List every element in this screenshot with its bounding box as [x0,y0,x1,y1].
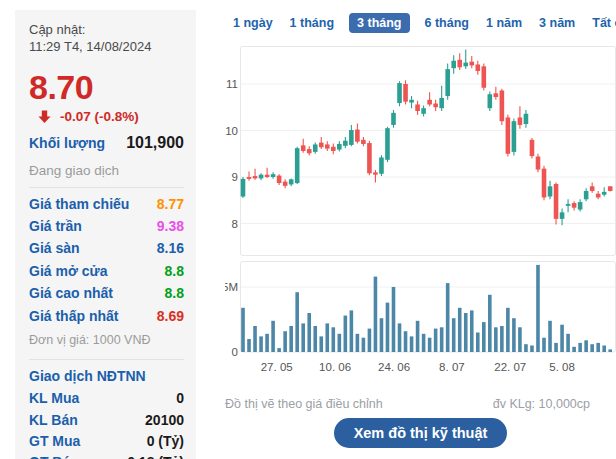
foreign-trading-table: KL Mua 0 KL Bán 20100 GT Mua 0 (Tỷ) GT B… [29,388,184,459]
technical-chart-button[interactable]: Xem đồ thị kỹ thuật [334,418,508,448]
row-label: Giá tham chiếu [29,196,129,212]
svg-text:22. 07: 22. 07 [494,361,526,373]
tab-1-thang[interactable]: 1 tháng [288,13,336,33]
row-value: 8.8 [165,285,184,301]
price-info-table: Giá tham chiếu 8.77 Giá trần 9.38 Giá sà… [29,192,184,326]
stock-quote-page: Cập nhật: 11:29 T4, 14/08/2024 8.70 -0.0… [0,0,616,459]
svg-text:27. 05: 27. 05 [261,361,293,373]
row-value: 8.77 [157,196,184,212]
row-label: KL Mua [29,390,79,406]
tab-3-nam[interactable]: 3 năm [537,13,577,33]
price-unit-note: Đơn vị giá: 1000 VNĐ [29,333,184,347]
foreign-row: GT Bán 0.18 (Tỷ) [29,451,184,459]
price-info-row: Giá cao nhất 8.8 [29,282,184,304]
foreign-row: KL Mua 0 [29,388,184,409]
tab-3-thang[interactable]: 3 tháng [349,13,409,33]
svg-text:8. 07: 8. 07 [439,361,465,373]
last-price: 8.70 [29,70,184,106]
svg-text:2.5M: 2.5M [225,281,238,293]
row-value: 0 (Tỷ) [147,433,184,449]
price-info-row: Giá trần 9.38 [29,215,184,237]
tab-1-nam[interactable]: 1 năm [484,13,524,33]
row-label: Giá mở cửa [29,263,107,279]
row-label: Giá sàn [29,240,80,256]
update-datetime: 11:29 T4, 14/08/2024 [29,39,184,56]
price-info-row: Giá tham chiếu 8.77 [29,192,184,214]
price-info-row: Giá thấp nhất 8.69 [29,304,184,326]
session-status: Đang giao dịch [29,163,184,178]
row-value: 0.18 (Tỷ) [127,454,184,459]
svg-text:10. 06: 10. 06 [319,361,351,373]
adjusted-price-note: Đồ thị vẽ theo giá điều chỉnh [225,397,383,411]
svg-text:11: 11 [226,78,238,90]
volume-value: 101,900 [126,134,184,152]
price-candlestick-chart[interactable]: 891011 [225,45,616,257]
svg-text:9: 9 [232,171,238,183]
foreign-row: GT Mua 0 (Tỷ) [29,430,184,451]
update-label: Cập nhật: [29,22,184,39]
foreign-row: KL Bán 20100 [29,409,184,430]
row-value: 8.69 [157,308,184,324]
volume-label: Khối lượng [29,135,105,151]
svg-text:24. 06: 24. 06 [378,361,410,373]
svg-text:10: 10 [225,125,238,137]
row-value: 8.8 [165,263,184,279]
price-info-row: Giá mở cửa 8.8 [29,260,184,282]
row-label: Giá trần [29,218,82,234]
row-value: 9.38 [157,218,184,234]
row-value: 8.16 [157,240,184,256]
row-label: Giá thấp nhất [29,308,118,324]
volume-bar-chart[interactable]: 2.5M027. 0510. 0624. 068. 0722. 075. 08 [225,258,616,378]
svg-text:5. 08: 5. 08 [549,361,575,373]
tab-6-thang[interactable]: 6 tháng [423,13,471,33]
divider [29,187,184,188]
svg-text:8: 8 [232,218,238,230]
price-change: -0.07 (-0.8%) [60,109,139,124]
row-label: GT Bán [29,454,79,459]
svg-text:0: 0 [232,346,238,358]
row-label: Giá cao nhất [29,285,113,301]
timeframe-tabs: 1 ngày 1 tháng 3 tháng 6 tháng 1 năm 3 n… [231,12,616,33]
row-value: 0 [176,390,184,406]
down-arrow-icon [37,109,52,124]
tab-tat-ca[interactable]: Tất cả [590,13,616,33]
foreign-trading-title: Giao dịch NĐTNN [29,368,184,384]
row-label: KL Bán [29,412,78,428]
quote-panel: Cập nhật: 11:29 T4, 14/08/2024 8.70 -0.0… [15,10,196,459]
volume-unit-note: đv KLg: 10,000cp [493,397,590,411]
tab-1-ngay[interactable]: 1 ngày [231,13,275,33]
divider [29,359,184,360]
row-value: 20100 [145,412,184,428]
price-info-row: Giá sàn 8.16 [29,237,184,259]
row-label: GT Mua [29,433,80,449]
